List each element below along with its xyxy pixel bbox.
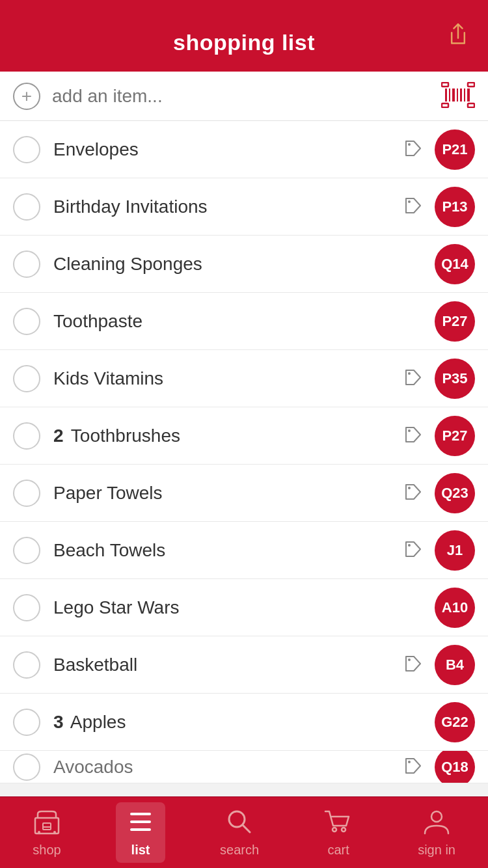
svg-point-18 (408, 544, 411, 547)
item-aisle-badge: P27 (435, 416, 475, 456)
svg-rect-7 (457, 88, 458, 102)
list-item[interactable]: 2 Toothbrushes P27 (0, 407, 488, 465)
shop-icon (33, 807, 61, 839)
svg-point-15 (408, 372, 411, 375)
item-tag-icon (402, 755, 424, 780)
add-item-plus-button[interactable]: + (13, 83, 40, 110)
item-qty: 2 (53, 426, 64, 446)
svg-rect-2 (442, 103, 448, 107)
list-item[interactable]: Cleaning Sponges Q14 (0, 236, 488, 293)
item-name: Basketball (53, 655, 402, 675)
svg-rect-8 (460, 88, 462, 102)
svg-rect-3 (468, 103, 474, 107)
item-tag-icon (402, 137, 424, 162)
svg-point-34 (342, 828, 346, 832)
item-checkbox[interactable] (13, 753, 40, 781)
svg-point-22 (408, 761, 411, 763)
svg-point-17 (408, 487, 411, 489)
item-checkbox[interactable] (13, 594, 40, 621)
svg-rect-9 (464, 88, 465, 102)
item-checkbox[interactable] (13, 251, 40, 278)
content-area: + Envelopes P21Birthday Invitations (0, 72, 488, 855)
item-aisle-badge: Q14 (435, 244, 475, 284)
item-name: Kids Vitamins (53, 368, 402, 389)
item-checkbox[interactable] (13, 422, 40, 450)
sign-in-icon (422, 807, 451, 839)
cart-icon (324, 807, 353, 839)
item-name: 2 Toothbrushes (53, 426, 402, 446)
nav-item-search[interactable]: search (210, 802, 269, 863)
item-checkbox[interactable] (13, 308, 40, 335)
barcode-scan-button[interactable] (441, 82, 475, 111)
svg-point-12 (408, 200, 411, 203)
item-aisle-badge: A10 (435, 588, 475, 628)
item-aisle-badge: G22 (435, 702, 475, 742)
nav-item-sign-in[interactable]: sign in (407, 802, 466, 863)
svg-point-20 (408, 658, 411, 661)
svg-rect-5 (449, 88, 450, 102)
svg-point-35 (431, 811, 442, 822)
nav-label-list: list (131, 843, 150, 858)
add-item-bar: + (0, 72, 488, 121)
list-item[interactable]: Envelopes P21 (0, 121, 488, 178)
item-name: Cleaning Sponges (53, 254, 402, 275)
item-checkbox[interactable] (13, 365, 40, 392)
list-item[interactable]: Birthday Invitations P13 (0, 178, 488, 236)
list-item[interactable]: Paper Towels Q23 (0, 465, 488, 522)
item-name: Birthday Invitations (53, 197, 402, 217)
list-item[interactable]: Avocados Q18 (0, 751, 488, 783)
svg-rect-28 (130, 813, 151, 815)
svg-point-11 (408, 143, 411, 146)
item-aisle-badge: P13 (435, 187, 475, 227)
nav-label-shop: shop (33, 843, 61, 858)
item-name: Paper Towels (53, 483, 402, 504)
item-checkbox[interactable] (13, 136, 40, 163)
item-aisle-badge: J1 (435, 530, 475, 571)
list-item[interactable]: Toothpaste P27 (0, 293, 488, 350)
share-button[interactable] (446, 23, 470, 49)
svg-point-16 (408, 429, 411, 432)
svg-point-27 (53, 831, 56, 834)
list-icon (126, 807, 155, 839)
nav-item-cart[interactable]: cart (314, 802, 363, 863)
list-item[interactable]: Basketball B4 (0, 636, 488, 694)
item-tag-icon (402, 653, 424, 677)
item-tag-icon (402, 424, 424, 448)
item-checkbox[interactable] (13, 537, 40, 564)
item-name: 3 Apples (53, 712, 402, 733)
svg-point-33 (332, 828, 336, 832)
svg-rect-30 (130, 828, 151, 831)
item-tag-icon (402, 366, 424, 391)
shopping-list: Envelopes P21Birthday Invitations P13Cle… (0, 121, 488, 783)
nav-item-list[interactable]: list (116, 802, 165, 863)
item-tag-icon (402, 538, 424, 563)
item-aisle-badge: P21 (435, 129, 475, 170)
svg-rect-6 (452, 88, 455, 102)
item-aisle-badge: B4 (435, 645, 475, 685)
list-item[interactable]: Lego Star Wars A10 (0, 579, 488, 636)
list-item[interactable]: Beach Towels J1 (0, 522, 488, 579)
item-qty: 3 (53, 712, 64, 732)
list-item[interactable]: Kids Vitamins P35 (0, 350, 488, 407)
search-icon (225, 807, 254, 839)
svg-point-26 (38, 831, 40, 834)
app-header: shopping list (0, 0, 488, 72)
item-checkbox[interactable] (13, 651, 40, 679)
item-checkbox[interactable] (13, 480, 40, 507)
nav-label-cart: cart (327, 843, 349, 858)
list-item[interactable]: 3 Apples G22 (0, 694, 488, 751)
item-aisle-badge: Q18 (435, 751, 475, 783)
item-checkbox[interactable] (13, 193, 40, 221)
item-aisle-badge: P27 (435, 301, 475, 342)
bottom-nav: shop list search (0, 796, 488, 868)
nav-item-shop[interactable]: shop (22, 802, 72, 863)
item-name: Envelopes (53, 139, 402, 160)
item-name: Toothpaste (53, 311, 402, 332)
nav-label-search: search (220, 843, 259, 858)
item-aisle-badge: P35 (435, 359, 475, 399)
svg-rect-1 (468, 83, 474, 87)
item-tag-icon (402, 481, 424, 506)
item-checkbox[interactable] (13, 709, 40, 736)
item-name: Lego Star Wars (53, 597, 402, 618)
add-item-input[interactable] (52, 86, 433, 107)
